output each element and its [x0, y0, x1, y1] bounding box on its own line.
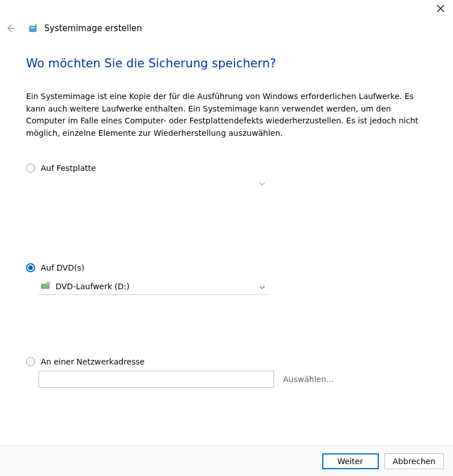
chevron-down-icon [259, 178, 265, 187]
wizard-title: Systemimage erstellen [44, 23, 142, 33]
next-button[interactable]: Weiter [322, 453, 379, 469]
radio-icon [26, 263, 35, 272]
hard-disk-dropdown[interactable] [39, 173, 270, 190]
radio-icon [26, 357, 35, 366]
close-button[interactable] [435, 3, 446, 14]
dvd-drive-label: DVD-Laufwerk (D:) [55, 282, 130, 291]
radio-network[interactable]: An einer Netzwerkadresse [26, 357, 427, 366]
page-heading: Wo möchten Sie die Sicherung speichern? [26, 57, 427, 70]
radio-label: Auf Festplatte [41, 164, 96, 173]
network-path-input[interactable] [39, 371, 274, 388]
page-description: Ein Systemimage ist eine Kopie der für d… [26, 91, 427, 140]
radio-label: Auf DVD(s) [41, 263, 84, 272]
back-arrow-icon [6, 24, 15, 33]
dialog-footer: Weiter Abbrechen [0, 445, 453, 476]
radio-hard-disk[interactable]: Auf Festplatte [26, 164, 427, 173]
network-browse-button[interactable]: Auswählen... [283, 375, 334, 384]
wizard-icon [28, 23, 39, 33]
dvd-drive-icon [41, 282, 51, 291]
radio-dvd[interactable]: Auf DVD(s) [26, 263, 427, 272]
dvd-drive-dropdown[interactable]: DVD-Laufwerk (D:) [39, 279, 270, 295]
back-button[interactable] [5, 23, 16, 34]
svg-rect-2 [29, 26, 36, 32]
close-icon [437, 5, 445, 12]
radio-icon [26, 164, 35, 173]
radio-label: An einer Netzwerkadresse [41, 357, 144, 366]
svg-rect-3 [31, 27, 35, 28]
chevron-down-icon [259, 282, 265, 291]
cancel-button[interactable]: Abbrechen [384, 453, 444, 469]
svg-point-6 [48, 283, 49, 284]
